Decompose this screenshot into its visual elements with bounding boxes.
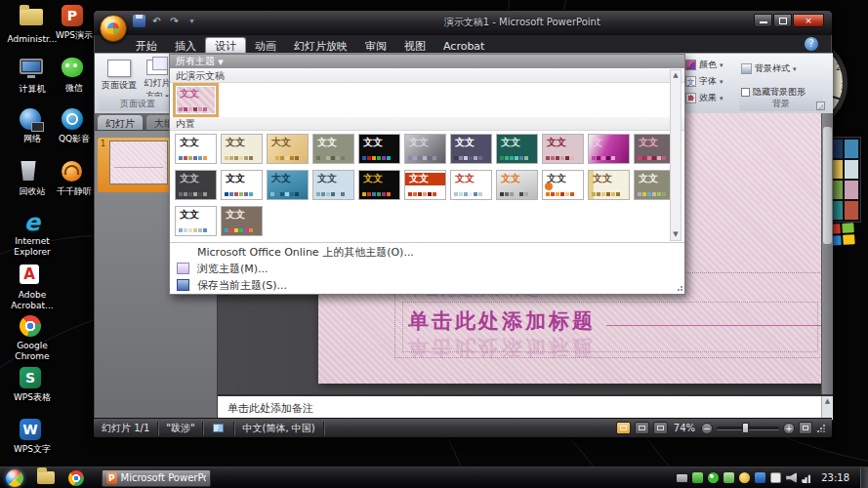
spelling-status[interactable] bbox=[203, 422, 234, 435]
zoom-in-button[interactable]: + bbox=[783, 423, 795, 434]
notes-panel[interactable]: 单击此处添加备注 ▲ bbox=[218, 394, 833, 418]
theme-fonts-button[interactable]: 文 字体 ▾ bbox=[685, 75, 723, 88]
strip-color bbox=[377, 156, 381, 160]
tab-slides[interactable]: 幻灯片 bbox=[98, 115, 143, 130]
theme-thumbnail[interactable]: 文 bbox=[588, 134, 630, 164]
theme-thumbnail[interactable]: 文文 bbox=[175, 170, 217, 200]
ime-tray-icon[interactable] bbox=[770, 472, 781, 483]
zoom-out-button[interactable]: − bbox=[701, 423, 713, 434]
normal-view-button[interactable] bbox=[616, 422, 631, 434]
slide-sorter-view-button[interactable] bbox=[635, 422, 649, 434]
slideshow-view-button[interactable] bbox=[653, 422, 668, 434]
desktop-icon-wps-writer[interactable]: WWPS文字 bbox=[2, 418, 62, 455]
background-styles-button[interactable]: 背景样式 ▾ bbox=[741, 62, 797, 75]
undo-icon[interactable]: ↶ bbox=[150, 15, 163, 27]
current-theme-thumbnail[interactable]: 文文 bbox=[175, 85, 217, 115]
theme-effects-button[interactable]: 效果 ▾ bbox=[685, 92, 723, 104]
keyboard-tray-icon[interactable] bbox=[677, 474, 687, 482]
help-button[interactable]: ? bbox=[805, 37, 818, 51]
slide-title-placeholder[interactable]: 单击此处添加标题 bbox=[408, 307, 596, 335]
theme-thumbnail[interactable]: 文文 bbox=[588, 170, 630, 200]
notes-scrollbar[interactable]: ▲ bbox=[821, 396, 833, 420]
desktop-icon-wps-spreadsheets[interactable]: SWPS表格 bbox=[2, 366, 62, 403]
fit-to-window-button[interactable] bbox=[799, 422, 812, 434]
themes-gallery-header[interactable]: 所有主题 ▼ bbox=[170, 55, 684, 68]
vertical-scrollbar[interactable] bbox=[821, 113, 833, 394]
strip-color bbox=[290, 192, 294, 196]
theme-thumbnail[interactable]: 文文 bbox=[358, 134, 400, 164]
show-desktop-button[interactable] bbox=[860, 468, 868, 488]
ribbon-tab-row: 开始插入设计动画幻灯片放映审阅视图Acrobat ? bbox=[94, 35, 832, 53]
zoom-slider-thumb[interactable] bbox=[742, 423, 749, 433]
theme-colors-button[interactable]: 颜色 ▾ bbox=[685, 59, 723, 71]
theme-thumbnail[interactable]: 大文 bbox=[267, 134, 309, 164]
strip-color bbox=[565, 156, 569, 160]
network-tray-icon[interactable] bbox=[802, 472, 812, 483]
strip-color bbox=[198, 192, 202, 196]
strip-color bbox=[428, 192, 432, 196]
gallery-menu-item[interactable]: Microsoft Office Online 上的其他主题(O)... bbox=[170, 244, 684, 261]
powerpoint-task-button[interactable]: P Microsoft PowerPo... bbox=[102, 469, 211, 487]
start-button[interactable] bbox=[6, 469, 23, 487]
chrome-taskbar-icon[interactable] bbox=[68, 470, 84, 486]
phone-tray-icon[interactable] bbox=[692, 472, 703, 483]
theme-thumbnail[interactable]: 文文 bbox=[175, 206, 217, 236]
save-icon[interactable] bbox=[133, 15, 145, 27]
theme-thumbnail[interactable]: 文文 bbox=[221, 134, 263, 164]
theme-thumbnail[interactable]: 文文 bbox=[496, 134, 538, 164]
gallery-scrollbar[interactable]: ▲ ▼ bbox=[670, 69, 682, 241]
theme-thumbnail[interactable]: 文文 bbox=[404, 170, 446, 200]
bluetooth-tray-icon[interactable] bbox=[755, 472, 765, 483]
theme-thumbnail[interactable]: 文文 bbox=[542, 170, 584, 200]
theme-thumbnail[interactable]: 文文 bbox=[221, 206, 263, 236]
theme-thumbnail[interactable]: 文文 bbox=[496, 170, 538, 200]
gallery-menu-item[interactable]: 浏览主题(M)... bbox=[170, 261, 684, 277]
notes-placeholder[interactable]: 单击此处添加备注 bbox=[227, 401, 313, 416]
scrollbar-thumb[interactable] bbox=[823, 127, 832, 244]
theme-thumbnail[interactable]: 文文 bbox=[358, 170, 400, 200]
theme-thumbnail[interactable]: 文文 bbox=[450, 134, 492, 164]
page-setup-button[interactable]: 页面设置 bbox=[101, 60, 138, 92]
theme-thumbnail[interactable]: 文文 bbox=[542, 134, 584, 164]
background-dialog-launcher[interactable]: ◿ bbox=[816, 102, 825, 110]
theme-color-strip bbox=[408, 156, 436, 160]
themes-gallery-header-label: 所有主题 bbox=[176, 56, 215, 66]
wechat-tray-icon[interactable] bbox=[708, 472, 719, 483]
theme-thumbnail[interactable]: 文文 bbox=[312, 170, 354, 200]
theme-thumbnail[interactable]: 文文 bbox=[175, 134, 217, 164]
slide-thumbnail-number: 1 bbox=[101, 140, 105, 148]
maximize-button[interactable] bbox=[773, 14, 792, 27]
qat-dropdown-icon[interactable]: ▾ bbox=[186, 15, 198, 27]
language-status[interactable]: 中文(简体, 中国) bbox=[234, 422, 323, 435]
title-bar[interactable]: 演示文稿1 - Microsoft PowerPoint × bbox=[94, 11, 832, 35]
gallery-menu-item[interactable]: 保存当前主题(S)... bbox=[170, 277, 684, 294]
usb-tray-icon[interactable] bbox=[723, 472, 734, 483]
minimize-button[interactable] bbox=[754, 14, 772, 27]
scroll-up-icon[interactable]: ▲ bbox=[671, 70, 681, 81]
desktop-icon-adobe-acrobat[interactable]: AAdobe Acrobat... bbox=[2, 263, 62, 311]
redo-icon[interactable]: ↷ bbox=[168, 15, 181, 27]
theme-thumbnail[interactable]: 大文 bbox=[267, 170, 309, 200]
desktop-icon-internet-explorer[interactable]: eInternet Explorer bbox=[2, 211, 62, 258]
theme-thumbnail[interactable]: 文文 bbox=[312, 134, 354, 164]
taskbar-clock[interactable]: 23:18 bbox=[821, 472, 849, 483]
gallery-resize-grip[interactable] bbox=[675, 284, 683, 293]
window-resize-grip[interactable] bbox=[816, 424, 826, 433]
zoom-slider-track[interactable] bbox=[717, 427, 779, 429]
theme-thumbnail[interactable]: 文文 bbox=[221, 170, 263, 200]
scroll-down-icon[interactable]: ▼ bbox=[671, 229, 681, 240]
strip-color bbox=[244, 156, 248, 160]
desktop-icon-google-chrome[interactable]: Google Chrome bbox=[2, 314, 62, 362]
desktop: Administr...计算机网络回收站eInternet ExplorerAA… bbox=[0, 0, 868, 488]
slide-thumbnail-selected[interactable]: 1 bbox=[98, 138, 172, 192]
theme-thumbnail-text: 大文 bbox=[271, 174, 291, 183]
theme-thumbnail[interactable]: 文文 bbox=[450, 170, 492, 200]
theme-thumbnail[interactable]: 文文 bbox=[404, 134, 446, 164]
close-button[interactable]: × bbox=[793, 14, 824, 27]
gallery-menu-item-label: 浏览主题(M)... bbox=[197, 263, 269, 275]
ttplayer-tray-icon[interactable] bbox=[739, 472, 750, 483]
explorer-taskbar-icon[interactable] bbox=[37, 471, 55, 484]
office-button[interactable] bbox=[100, 15, 127, 42]
volume-tray-icon[interactable] bbox=[786, 472, 797, 483]
zoom-percent[interactable]: 74% bbox=[674, 423, 695, 433]
